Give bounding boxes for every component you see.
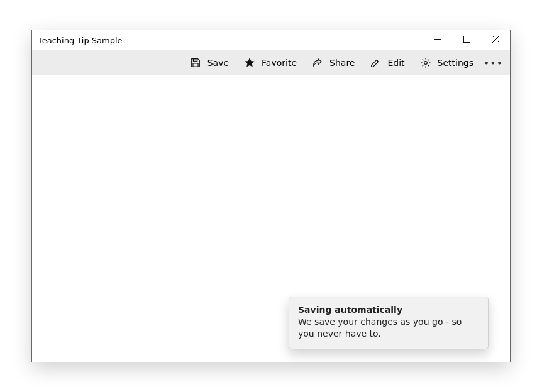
- share-icon: [312, 57, 323, 68]
- svg-point-6: [424, 62, 427, 65]
- teaching-tip-title: Saving automatically: [298, 305, 479, 315]
- app-window: Teaching Tip Sample: [31, 30, 511, 362]
- title-bar: Teaching Tip Sample: [32, 30, 510, 50]
- gear-icon: [420, 57, 431, 68]
- svg-rect-1: [463, 36, 470, 43]
- edit-button[interactable]: Edit: [362, 52, 412, 74]
- svg-rect-4: [193, 59, 197, 62]
- window-title: Teaching Tip Sample: [38, 36, 123, 45]
- window-controls: [423, 30, 510, 50]
- share-label: Share: [329, 58, 355, 68]
- save-icon: [190, 57, 201, 68]
- svg-line-13: [422, 65, 423, 67]
- svg-line-14: [428, 60, 429, 61]
- svg-line-11: [422, 60, 423, 61]
- teaching-tip-body: We save your changes as you go - so you …: [298, 316, 479, 340]
- command-bar: Save Favorite Share Edit: [32, 50, 510, 75]
- minimize-icon: [434, 36, 441, 45]
- favorite-label: Favorite: [262, 58, 297, 68]
- maximize-icon: [463, 36, 470, 45]
- svg-rect-5: [193, 63, 198, 67]
- save-label: Save: [207, 58, 229, 68]
- close-button[interactable]: [481, 30, 510, 50]
- maximize-button[interactable]: [452, 30, 481, 50]
- favorite-button[interactable]: Favorite: [236, 52, 304, 74]
- svg-line-12: [428, 65, 429, 67]
- more-button[interactable]: •••: [481, 52, 506, 74]
- settings-button[interactable]: Settings: [412, 52, 481, 74]
- close-icon: [492, 36, 499, 45]
- edit-label: Edit: [387, 58, 404, 68]
- ellipsis-icon: •••: [484, 58, 504, 68]
- star-icon: [244, 57, 255, 68]
- settings-label: Settings: [438, 58, 473, 68]
- content-area: Saving automatically We save your change…: [32, 75, 510, 362]
- minimize-button[interactable]: [423, 30, 452, 50]
- edit-icon: [370, 57, 381, 68]
- save-button[interactable]: Save: [182, 52, 236, 74]
- share-button[interactable]: Share: [304, 52, 362, 74]
- teaching-tip: Saving automatically We save your change…: [289, 297, 489, 349]
